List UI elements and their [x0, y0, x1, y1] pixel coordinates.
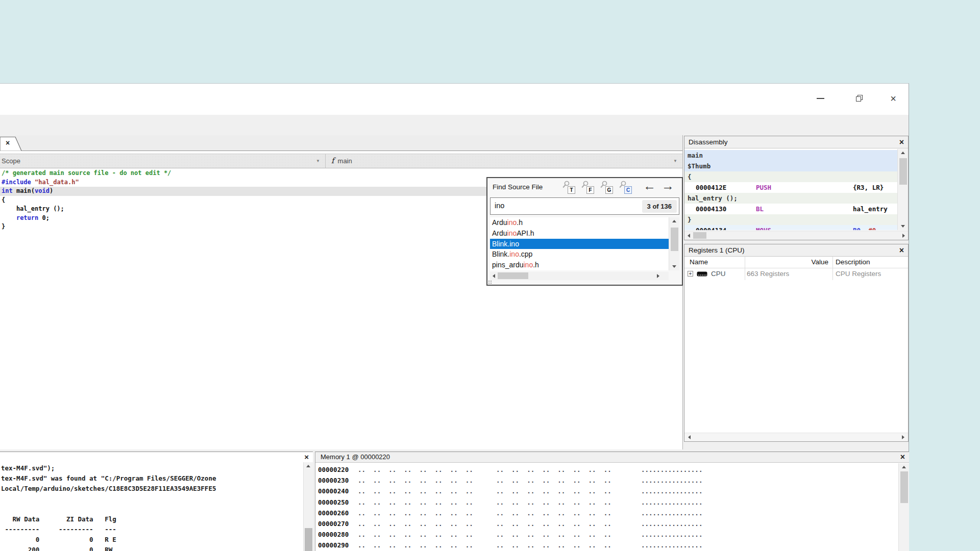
scroll-down-icon[interactable] [672, 265, 676, 268]
memory-row[interactable]: 00000220.. .. .. .. .. .. .. .. .. .. ..… [315, 464, 898, 475]
disassembly-source-label: $Thumb [688, 161, 710, 171]
next-match-button[interactable]: → [662, 179, 674, 193]
resize-grip[interactable] [488, 280, 492, 285]
scroll-down-icon[interactable] [901, 225, 905, 228]
memory-row[interactable]: 00000270.. .. .. .. .. .. .. .. .. .. ..… [315, 518, 898, 529]
filter-g-button[interactable]: G [599, 180, 614, 194]
previous-match-button[interactable]: ← [643, 179, 656, 193]
disassembly-row[interactable]: main [684, 150, 897, 161]
console-close-icon[interactable]: × [304, 453, 309, 461]
find-search-input[interactable]: ino 3 of 136 [490, 197, 679, 215]
memory-address: 00000220 [318, 464, 349, 475]
scroll-up-icon[interactable] [672, 220, 676, 222]
column-header-name[interactable]: Name [690, 257, 708, 268]
memory-hex-view[interactable]: 00000220.. .. .. .. .. .. .. .. .. .. ..… [315, 463, 898, 551]
scroll-up-icon[interactable] [306, 465, 310, 467]
console-output[interactable]: tex-M4F.svd");tex-M4F.svd" was found at … [1, 463, 303, 551]
code-token [2, 214, 16, 221]
scroll-right-icon[interactable] [902, 435, 904, 439]
scroll-right-icon[interactable] [657, 274, 659, 278]
filter-letter-badge: C [624, 186, 632, 194]
memory-ascii: ................ [641, 475, 702, 486]
memory-ascii: ................ [641, 518, 702, 529]
restore-button[interactable] [851, 91, 868, 106]
scroll-right-icon[interactable] [902, 234, 905, 238]
disassembly-row[interactable]: 00004134MOVSR0, #0 [684, 225, 897, 230]
tab-close-icon[interactable]: × [6, 139, 10, 147]
find-list-vertical-scrollbar[interactable] [669, 217, 679, 270]
scroll-up-icon[interactable] [901, 152, 905, 154]
memory-row[interactable]: 00000280.. .. .. .. .. .. .. .. .. .. ..… [315, 529, 898, 540]
find-result-text: .h [533, 261, 539, 269]
scroll-left-icon[interactable] [688, 435, 691, 439]
memory-row[interactable]: 00000250.. .. .. .. .. .. .. .. .. .. ..… [315, 497, 898, 508]
close-icon: × [890, 93, 896, 104]
disassembly-row[interactable]: 0000412EPUSH{R3, LR} [684, 182, 897, 193]
memory-vertical-scrollbar[interactable] [898, 463, 909, 551]
disassembly-source-label: } [688, 214, 692, 225]
find-result-item[interactable]: Blink.ino.cpp [490, 249, 669, 260]
find-result-item[interactable]: Arduino.h [490, 217, 669, 228]
console-vertical-scrollbar[interactable] [303, 462, 313, 551]
find-list-horizontal-scrollbar[interactable] [490, 272, 669, 280]
column-header-description[interactable]: Description [836, 257, 870, 268]
disassembly-row[interactable]: } [684, 214, 897, 225]
scrollbar-thumb[interactable] [498, 272, 528, 279]
disassembly-row[interactable]: { [684, 171, 897, 182]
find-results-list[interactable]: Arduino.hArduinoAPI.hBlink.inoBlink.ino.… [490, 217, 669, 270]
find-result-text: Ardu [492, 218, 507, 227]
operand-token: {R3, LR} [853, 184, 884, 191]
memory-hex-bytes: .. .. .. .. .. .. .. .. .. .. .. .. .. .… [358, 497, 611, 508]
disassembly-close-icon[interactable]: × [899, 136, 904, 148]
disassembly-vertical-scrollbar[interactable] [897, 149, 908, 230]
operand-token: , [861, 227, 868, 230]
scrollbar-thumb[interactable] [671, 228, 678, 251]
memory-row[interactable]: 00000260.. .. .. .. .. .. .. .. .. .. ..… [315, 508, 898, 518]
minimize-button[interactable] [812, 91, 829, 106]
window-titlebar[interactable]: × [0, 84, 909, 115]
function-dropdown[interactable]: fmain ▼ [326, 154, 682, 168]
disassembly-horizontal-scrollbar[interactable] [684, 231, 908, 240]
scrollbar-thumb[interactable] [900, 471, 908, 503]
memory-row[interactable]: 00000240.. .. .. .. .. .. .. .. .. .. ..… [315, 486, 898, 496]
scrollbar-thumb[interactable] [693, 232, 706, 239]
column-header-value[interactable]: Value [746, 257, 828, 268]
scroll-left-icon[interactable] [493, 274, 495, 278]
find-result-text: .h [517, 218, 523, 227]
memory-row[interactable]: 00000230.. .. .. .. .. .. .. .. .. .. ..… [315, 475, 898, 486]
memory-hex-bytes: .. .. .. .. .. .. .. .. .. .. .. .. .. .… [358, 508, 611, 518]
registers-title: Registers 1 (CPU) × [684, 244, 908, 257]
memory-title: Memory 1 @ 00000220 × [315, 452, 909, 463]
memory-row[interactable]: 00000290.. .. .. .. .. .. .. .. .. .. ..… [315, 540, 898, 550]
register-row-cpu[interactable]: + CPU 663 Registers CPU Registers [684, 268, 908, 280]
scroll-left-icon[interactable] [688, 234, 690, 238]
find-result-item[interactable]: pins_arduino.h [490, 260, 669, 270]
scrollbar-thumb[interactable] [899, 158, 907, 185]
memory-hex-bytes: .. .. .. .. .. .. .. .. .. .. .. .. .. .… [358, 529, 611, 540]
function-label: main [338, 157, 352, 165]
disassembly-row[interactable]: hal_entry (); [684, 193, 897, 204]
find-result-item[interactable]: ArduinoAPI.h [490, 228, 669, 239]
memory-ascii: ................ [641, 497, 702, 508]
disassembly-listing[interactable]: main$Thumb{0000412EPUSH{R3, LR}hal_entry… [684, 149, 897, 230]
filter-t-button[interactable]: T [561, 180, 576, 194]
find-result-item[interactable]: Blink.ino [490, 239, 669, 249]
scrollbar-thumb[interactable] [305, 528, 312, 551]
instruction-operands: hal_entry [853, 204, 888, 214]
desktop-background: × × Scope ▼ fmain ▼ [0, 0, 980, 551]
expand-icon[interactable]: + [688, 271, 693, 277]
filter-f-button[interactable]: F [580, 180, 595, 194]
editor-tab[interactable]: × [0, 137, 23, 151]
registers-header-row[interactable]: Name Value Description [684, 257, 908, 268]
memory-hex-bytes: .. .. .. .. .. .. .. .. .. .. .. .. .. .… [358, 518, 611, 529]
scroll-up-icon[interactable] [902, 466, 906, 468]
filter-c-button[interactable]: C [618, 180, 632, 194]
disassembly-row[interactable]: 00004130BLhal_entry [684, 204, 897, 214]
scope-dropdown[interactable]: Scope ▼ [0, 154, 326, 168]
close-button[interactable]: × [885, 91, 902, 106]
registers-close-icon[interactable]: × [899, 244, 904, 256]
disassembly-row[interactable]: $Thumb [684, 161, 897, 171]
registers-horizontal-scrollbar[interactable] [684, 433, 908, 441]
code-line[interactable]: /* generated main source file - do not e… [0, 169, 682, 178]
memory-close-icon[interactable]: × [900, 452, 905, 462]
